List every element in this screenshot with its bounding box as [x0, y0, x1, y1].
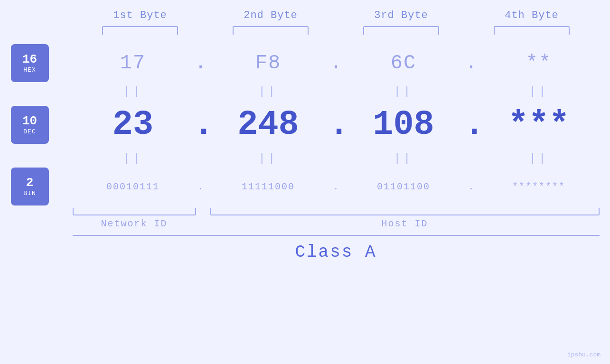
- byte4-header: 4th Byte: [467, 9, 597, 21]
- bin-b1: 00010111: [73, 181, 194, 192]
- hex-data-row: 17 . F8 . 6C . **: [73, 44, 600, 82]
- bin-b4: ********: [479, 181, 600, 192]
- eq1-b2: ||: [208, 85, 329, 98]
- bin-badge-label: BIN: [23, 190, 36, 197]
- hex-badge-wrap: 16 HEX: [11, 44, 73, 82]
- class-spacer: [11, 235, 73, 262]
- host-bottom-bracket: [210, 208, 600, 215]
- bracket-cell-2: [206, 26, 336, 35]
- top-bracket-2: [233, 26, 309, 35]
- hex-b3: 6C: [343, 52, 464, 75]
- label-spacer: [11, 208, 73, 229]
- top-bracket-1: [102, 26, 178, 35]
- dec-badge-label: DEC: [23, 128, 36, 135]
- bin-b2: 11111000: [208, 181, 329, 192]
- dec-dot-1: .: [194, 105, 208, 144]
- host-id-label: Host ID: [381, 218, 428, 229]
- eq1-b3: ||: [343, 85, 464, 98]
- eq-row-2: || || || ||: [73, 149, 600, 168]
- bin-dot-1: .: [194, 181, 208, 192]
- eq-row-1: || || || ||: [73, 82, 600, 101]
- eq2-b1: ||: [73, 152, 194, 165]
- bin-dot-2: .: [329, 181, 343, 192]
- byte1-header: 1st Byte: [75, 9, 206, 21]
- class-row-wrap: Class A: [11, 235, 600, 262]
- eq2-b3: ||: [343, 152, 464, 165]
- bracket-cell-1: [75, 26, 206, 35]
- bin-badge-num: 2: [26, 176, 34, 190]
- class-label: Class A: [295, 243, 376, 262]
- host-id-section: Host ID: [210, 208, 600, 229]
- hex-badge-num: 16: [22, 53, 37, 66]
- dec-b3: 108: [343, 105, 464, 144]
- hex-dot-2: .: [329, 52, 343, 75]
- badges-column: 16 HEX 10 DEC 2 BIN: [11, 44, 73, 205]
- bracket-cell-3: [336, 26, 467, 35]
- eq-spacer-1: [11, 82, 73, 101]
- dot-spacer-labels: [196, 208, 210, 229]
- dec-b4: ***: [479, 105, 600, 144]
- bin-badge: 2 BIN: [11, 168, 49, 205]
- network-id-section: Network ID: [73, 208, 196, 229]
- network-bottom-bracket: [73, 208, 196, 215]
- dec-b1: 23: [73, 105, 194, 144]
- eq1-b4: ||: [479, 85, 600, 98]
- hex-badge: 16 HEX: [11, 44, 49, 82]
- top-bracket-3: [363, 26, 439, 35]
- dec-badge-wrap: 10 DEC: [11, 101, 73, 149]
- eq2-b4: ||: [479, 152, 600, 165]
- top-bracket-row: [75, 26, 597, 35]
- main-container: 1st Byte 2nd Byte 3rd Byte 4th Byte 16 H…: [0, 0, 610, 364]
- hex-b2: F8: [208, 52, 329, 75]
- eq2-b2: ||: [208, 152, 329, 165]
- network-id-label: Network ID: [101, 218, 167, 229]
- data-area: 17 . F8 . 6C . ** || || || || 23: [73, 44, 600, 205]
- eq1-b1: ||: [73, 85, 194, 98]
- hex-badge-label: HEX: [23, 66, 36, 74]
- bin-badge-wrap: 2 BIN: [11, 168, 73, 205]
- dec-badge: 10 DEC: [11, 106, 49, 144]
- eq-spacer-2: [11, 149, 73, 168]
- bin-data-row: 00010111 . 11111000 . 01101100 . *******…: [73, 168, 600, 205]
- watermark: ipshu.com: [567, 351, 601, 358]
- class-section: Class A: [73, 235, 600, 262]
- id-label-row: Network ID Host ID: [11, 208, 600, 229]
- dec-data-row: 23 . 248 . 108 . ***: [73, 101, 600, 149]
- dec-b2: 248: [208, 105, 329, 144]
- bracket-cell-4: [467, 26, 597, 35]
- hex-b4: **: [479, 52, 600, 75]
- dec-dot-3: .: [464, 105, 479, 144]
- bin-dot-3: .: [464, 181, 479, 192]
- hex-dot-1: .: [194, 52, 208, 75]
- hex-b1: 17: [73, 52, 194, 75]
- bin-b3: 01101100: [343, 181, 464, 192]
- byte-headers-row: 1st Byte 2nd Byte 3rd Byte 4th Byte: [75, 9, 597, 21]
- top-bracket-4: [494, 26, 570, 35]
- byte3-header: 3rd Byte: [336, 9, 467, 21]
- hex-dot-3: .: [464, 52, 479, 75]
- dec-dot-2: .: [329, 105, 343, 144]
- byte2-header: 2nd Byte: [206, 9, 336, 21]
- dec-badge-num: 10: [22, 114, 37, 128]
